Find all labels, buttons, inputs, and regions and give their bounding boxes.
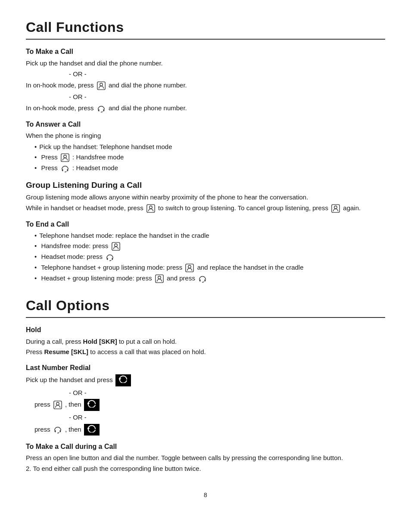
- resume-bold: Resume [SKL]: [44, 348, 89, 355]
- headset-icon-1: [97, 104, 106, 113]
- redial-or2: - OR -: [69, 413, 385, 422]
- svg-point-1: [100, 83, 103, 86]
- svg-point-13: [158, 276, 161, 279]
- handsfree-icon-7: [155, 274, 164, 283]
- last-number-redial-heading: Last Number Redial: [26, 363, 385, 373]
- answer-call-item-3: Press : Headset mode: [34, 163, 385, 173]
- call-during-call-line2: 2. To end either call push the correspon…: [26, 464, 385, 473]
- make-call-line2: In on-hook mode, press and dial the phon…: [26, 81, 385, 90]
- svg-point-7: [334, 206, 337, 208]
- hold-heading: Hold: [26, 325, 385, 335]
- headset-icon-3: [105, 252, 115, 262]
- redial-icon-1: [115, 374, 131, 386]
- handsfree-icon-1: [97, 81, 106, 90]
- end-call-item-1: Telephone handset mode: replace the hand…: [34, 231, 385, 240]
- end-call-item-3: Headset mode: press: [34, 252, 385, 262]
- make-call-or1: - OR -: [69, 69, 385, 79]
- make-call-line3: In on-hook mode, press and dial the phon…: [26, 103, 385, 113]
- end-call-heading: To End a Call: [26, 219, 385, 229]
- redial-line2-pre: press: [34, 401, 50, 408]
- hold-line2: Press Resume [SKL] to access a call that…: [26, 347, 385, 357]
- call-options-title: Call Options: [26, 296, 385, 318]
- svg-point-15: [56, 402, 59, 405]
- group-listening-heading: Group Listening During a Call: [26, 179, 385, 191]
- answer-call-item-2: Press : Handsfree mode: [34, 152, 385, 162]
- redial-line3-pre: press: [34, 425, 50, 432]
- group-listening-post: again.: [343, 204, 361, 212]
- call-during-call-heading: To Make a Call during a Call: [26, 442, 385, 451]
- redial-line3-mid: , then: [65, 425, 81, 432]
- handsfree-icon-4: [331, 204, 340, 213]
- end-call-item-2: Handsfree mode: press: [34, 241, 385, 251]
- group-listening-pre: While in handset or headset mode, press: [26, 204, 143, 212]
- handsfree-icon-5: [111, 242, 121, 251]
- answer-call-item-1: Pick up the handset: Telephone handset m…: [34, 142, 385, 152]
- end-call-list: Telephone handset mode: replace the hand…: [34, 231, 385, 283]
- handsfree-icon-6: [185, 263, 194, 273]
- headset-icon-4: [198, 274, 207, 283]
- svg-point-11: [188, 265, 191, 268]
- answer-call-list: Pick up the handset: Telephone handset m…: [34, 142, 385, 173]
- hold-line1-post: to put a call on hold.: [119, 338, 177, 345]
- end-call-item-5: Headset + group listening mode: press an…: [34, 274, 385, 283]
- svg-point-5: [149, 206, 152, 208]
- answer-call-intro: When the phone is ringing: [26, 131, 385, 140]
- group-listening-line2: While in handset or headset mode, press …: [26, 203, 385, 213]
- make-call-line2-post: and dial the phone number.: [109, 81, 187, 89]
- make-call-heading: To Make a Call: [26, 47, 385, 56]
- redial-line3: press , then: [34, 424, 385, 436]
- call-functions-title: Call Functions: [26, 17, 385, 40]
- redial-or1: - OR -: [69, 388, 385, 398]
- group-listening-mid: to switch to group listening. To cancel …: [158, 204, 328, 212]
- handsfree-icon-2: [60, 153, 70, 162]
- hold-bold: Hold [SKR]: [83, 338, 117, 345]
- redial-icon-2: [84, 399, 100, 411]
- hold-line1: During a call, press Hold [SKR] to put a…: [26, 337, 385, 346]
- handsfree-icon-3: [146, 204, 156, 213]
- redial-icon-3: [84, 424, 100, 436]
- redial-line2: press , then: [34, 399, 385, 411]
- page-number: 8: [26, 491, 385, 499]
- make-call-line1: Pick up the handset and dial the phone n…: [26, 59, 385, 68]
- answer-call-heading: To Answer a Call: [26, 119, 385, 129]
- hold-line2-post: to access a call that was placed on hold…: [90, 348, 206, 355]
- group-listening-line1: Group listening mode allows anyone withi…: [26, 193, 385, 202]
- end-call-item-4: Telephone handset + group listening mode…: [34, 263, 385, 273]
- redial-line2-mid: , then: [65, 401, 81, 408]
- handsfree-icon-8: [53, 400, 62, 410]
- svg-point-3: [64, 155, 66, 158]
- redial-line1-pre: Pick up the handset and press: [26, 376, 113, 383]
- redial-line1: Pick up the handset and press: [26, 374, 385, 386]
- make-call-or2: - OR -: [69, 92, 385, 102]
- make-call-line3-post: and dial the phone number.: [109, 104, 187, 112]
- headset-icon-5: [53, 425, 62, 434]
- svg-point-9: [114, 244, 117, 246]
- make-call-line3-pre: In on-hook mode, press: [26, 104, 94, 112]
- hold-line2-pre: Press: [26, 348, 42, 355]
- make-call-line2-pre: In on-hook mode, press: [26, 81, 94, 89]
- hold-line1-pre: During a call, press: [26, 338, 81, 345]
- headset-icon-2: [60, 164, 70, 173]
- call-during-call-line1: Press an open line button and dial the n…: [26, 453, 385, 463]
